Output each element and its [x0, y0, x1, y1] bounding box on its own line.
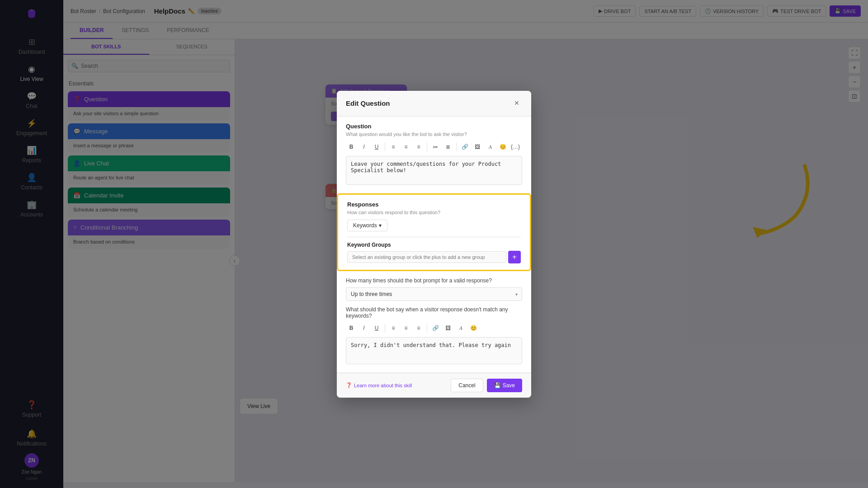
- responses-section: Responses How can visitors respond to th…: [337, 193, 531, 271]
- question-section-title: Question: [346, 123, 522, 130]
- learn-more-label: Learn more about this skill: [354, 383, 412, 388]
- modal-title: Edit Question: [346, 99, 390, 107]
- mismatch-divider-2: [427, 324, 427, 333]
- mismatch-underline-button[interactable]: U: [371, 323, 382, 333]
- add-group-button[interactable]: +: [508, 251, 521, 263]
- question-section: Question What question would you like th…: [337, 117, 531, 193]
- toolbar-divider-2: [427, 142, 427, 151]
- mismatch-emoji-button[interactable]: 😊: [468, 323, 479, 333]
- modal-overlay: Edit Question × Question What question w…: [0, 0, 868, 488]
- question-textarea[interactable]: Leave your comments/questions for your P…: [346, 156, 522, 185]
- mismatch-align-center-button[interactable]: ≡: [401, 323, 411, 333]
- learn-more-link[interactable]: ❓ Learn more about this skill: [346, 382, 412, 388]
- italic-button[interactable]: I: [359, 141, 369, 152]
- underline-button[interactable]: U: [371, 141, 382, 152]
- mismatch-align-left-button[interactable]: ≡: [388, 323, 399, 333]
- prompt-select-wrapper: Once Up to two times Up to three times U…: [346, 287, 522, 301]
- responses-subtitle: How can visitors respond to this questio…: [347, 210, 521, 215]
- mismatch-label: What should the bot say when a visitor r…: [346, 306, 522, 319]
- list-unordered-button[interactable]: ≣: [443, 141, 453, 152]
- cancel-button[interactable]: Cancel: [451, 379, 483, 392]
- add-icon: +: [512, 253, 516, 261]
- align-right-button[interactable]: ≡: [413, 141, 424, 152]
- prompt-select[interactable]: Once Up to two times Up to three times U…: [346, 287, 522, 301]
- align-left-button[interactable]: ≡: [388, 141, 399, 152]
- divider: [347, 237, 521, 237]
- prompt-section: How many times should the bot prompt for…: [337, 271, 531, 373]
- save-button[interactable]: 💾 Save: [487, 379, 522, 392]
- toolbar-divider-3: [456, 142, 457, 151]
- align-center-button[interactable]: ≡: [401, 141, 411, 152]
- mismatch-bold-button[interactable]: B: [346, 323, 357, 333]
- question-toolbar: B I U ≡ ≡ ≡ ≔ ≣ 🔗 🖼 𝐴 😊 {…}: [346, 141, 522, 152]
- prompt-label: How many times should the bot prompt for…: [346, 277, 522, 284]
- modal-header: Edit Question ×: [337, 91, 531, 117]
- mismatch-align-right-button[interactable]: ≡: [413, 323, 424, 333]
- footer-buttons: Cancel 💾 Save: [451, 379, 522, 392]
- help-icon: ❓: [346, 382, 352, 388]
- mismatch-image-button[interactable]: 🖼: [443, 323, 453, 333]
- edit-question-modal: Edit Question × Question What question w…: [337, 91, 531, 398]
- list-ordered-button[interactable]: ≔: [430, 141, 441, 152]
- modal-close-button[interactable]: ×: [511, 98, 522, 109]
- close-icon: ×: [514, 99, 519, 108]
- code-button[interactable]: 𝐴: [485, 141, 495, 152]
- variable-button[interactable]: {…}: [510, 141, 521, 152]
- mismatch-link-button[interactable]: 🔗: [430, 323, 441, 333]
- modal-body: Question What question would you like th…: [337, 117, 531, 373]
- keyword-groups-input-row: +: [347, 251, 521, 263]
- modal-footer: ❓ Learn more about this skill Cancel 💾 S…: [337, 373, 531, 398]
- cancel-label: Cancel: [458, 382, 475, 389]
- mismatch-divider-1: [385, 324, 385, 333]
- responses-title: Responses: [347, 201, 521, 208]
- keyword-groups-section: Keyword Groups +: [347, 237, 521, 263]
- keyword-groups-input[interactable]: [347, 251, 506, 263]
- save-label: Save: [503, 382, 515, 389]
- mismatch-toolbar: B I U ≡ ≡ ≡ 🔗 🖼 𝐴 😊: [346, 323, 522, 333]
- keyword-groups-title: Keyword Groups: [347, 242, 521, 248]
- mismatch-textarea[interactable]: Sorry, I didn't understand that. Please …: [346, 337, 522, 364]
- question-section-subtitle: What question would you like the bot to …: [346, 131, 522, 137]
- image-button[interactable]: 🖼: [472, 141, 483, 152]
- keywords-button[interactable]: Keywords ▾: [347, 220, 387, 231]
- mismatch-italic-button[interactable]: I: [359, 323, 369, 333]
- keywords-chevron: ▾: [379, 222, 382, 229]
- emoji-button[interactable]: 😊: [497, 141, 508, 152]
- mismatch-code-button[interactable]: 𝐴: [455, 323, 466, 333]
- save-icon: 💾: [494, 382, 501, 389]
- link-button[interactable]: 🔗: [459, 141, 470, 152]
- bold-button[interactable]: B: [346, 141, 357, 152]
- keywords-label: Keywords: [353, 222, 377, 229]
- toolbar-divider-1: [385, 142, 385, 151]
